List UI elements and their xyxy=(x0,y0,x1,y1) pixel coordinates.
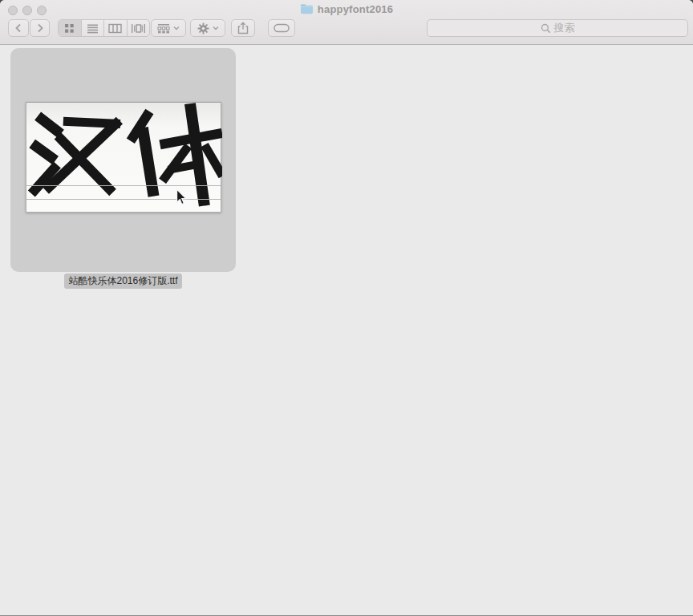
file-name-label[interactable]: 站酷快乐体2016修订版.ttf xyxy=(64,274,181,289)
arrange-button[interactable] xyxy=(151,19,186,37)
view-mode-segmented-control xyxy=(58,19,150,37)
back-button[interactable] xyxy=(8,19,29,37)
action-button[interactable] xyxy=(190,19,225,37)
gear-icon xyxy=(197,22,209,34)
search-placeholder: 搜索 xyxy=(554,21,575,35)
title-group: happyfont2016 xyxy=(0,0,693,18)
back-chevron-icon xyxy=(14,22,23,34)
font-file-icon[interactable]: 汉体 xyxy=(26,102,221,213)
baseline-guide xyxy=(26,185,221,186)
search-input[interactable]: 搜索 xyxy=(427,19,688,37)
folder-icon xyxy=(300,3,314,14)
coverflow-view-button[interactable] xyxy=(128,20,150,36)
share-icon xyxy=(237,22,249,34)
search-icon xyxy=(541,23,551,34)
window-title: happyfont2016 xyxy=(318,3,393,15)
folder-content-area[interactable]: 汉体 xyxy=(0,45,693,616)
icon-view-button[interactable] xyxy=(59,20,82,36)
chevron-down-icon xyxy=(173,26,180,30)
title-bar[interactable]: happyfont2016 xyxy=(0,0,693,18)
share-button[interactable] xyxy=(231,19,255,37)
forward-button[interactable] xyxy=(30,19,50,37)
chevron-down-icon xyxy=(213,26,219,30)
list-view-icon xyxy=(87,23,99,34)
column-view-button[interactable] xyxy=(104,20,128,36)
finder-window: happyfont2016 xyxy=(0,0,693,616)
file-label-row: 站酷快乐体2016修订版.ttf xyxy=(10,273,236,289)
icon-view-icon xyxy=(64,23,75,34)
baseline-guide xyxy=(26,199,221,200)
tag-icon xyxy=(274,23,290,33)
arrange-grid-icon xyxy=(157,23,170,34)
font-preview-glyphs xyxy=(26,103,222,213)
forward-chevron-icon xyxy=(35,22,45,34)
tags-button[interactable] xyxy=(268,19,295,37)
column-view-icon xyxy=(108,23,122,34)
coverflow-view-icon xyxy=(131,23,146,34)
list-view-button[interactable] xyxy=(82,20,105,36)
window-header: happyfont2016 xyxy=(0,0,693,45)
